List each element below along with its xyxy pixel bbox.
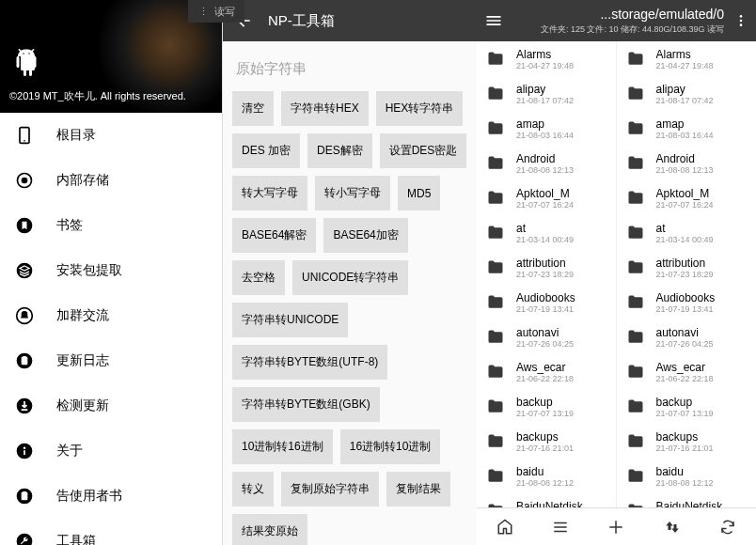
file-row[interactable]: amap21-08-03 16:44 [617,111,757,146]
file-name: Audiobooks [656,291,716,304]
file-row[interactable]: Android21-08-08 12:13 [617,146,757,180]
folder-icon [624,119,647,138]
tool-btn-19[interactable]: 复制原始字符串 [281,472,379,506]
menu-item-2[interactable]: 书签 [0,203,222,248]
file-date: 21-07-07 16:24 [656,200,714,210]
file-row[interactable]: backups21-07-16 21:01 [477,424,616,459]
file-row[interactable]: Audiobooks21-07-19 13:41 [617,285,757,319]
clipboard-icon [15,351,34,370]
more-icon[interactable] [733,11,748,30]
tool-btn-1[interactable]: 字符串转HEX [281,91,369,126]
folder-icon [624,397,647,416]
menu-item-0[interactable]: 根目录 [0,113,222,158]
tool-btn-9[interactable]: BASE64解密 [232,218,316,253]
file-row[interactable]: Android21-08-08 12:13 [477,146,616,180]
tool-btn-21[interactable]: 结果变原始 [232,514,307,545]
file-name: backup [516,396,574,409]
file-row[interactable]: at21-03-14 00:49 [477,215,616,250]
tool-btn-3[interactable]: DES 加密 [232,133,300,168]
file-date: 21-07-23 18:29 [656,270,714,279]
menu-label: 内部存储 [56,172,109,189]
file-row[interactable]: Apktool_M21-07-07 16:24 [477,180,616,215]
file-row[interactable]: Alarms21-04-27 19:48 [617,41,757,76]
menu-item-6[interactable]: 检测更新 [0,383,222,428]
storage-icon [15,171,34,190]
menu-item-7[interactable]: 关于 [0,428,222,474]
file-date: 21-08-08 12:12 [516,478,574,488]
sort-icon[interactable] [661,516,684,538]
folder-icon [484,467,507,486]
tool-btn-11[interactable]: 去空格 [232,260,285,295]
drawer-menu: ©2019 MT_吹牛儿. All rights reserved. ⋮读写 根… [0,0,222,545]
menu-label: 根目录 [56,127,96,144]
menu-item-9[interactable]: 工具箱 [0,519,222,545]
folder-icon [484,85,507,103]
menu-item-5[interactable]: 更新日志 [0,338,222,383]
file-name: amap [516,117,574,131]
file-row[interactable]: Aws_ecar21-06-22 22:18 [477,354,616,389]
tool-btn-17[interactable]: 16进制转10进制 [340,429,441,464]
file-date: 21-06-22 22:18 [656,374,714,383]
add-icon[interactable] [605,516,627,538]
tool-btn-6[interactable]: 转大写字母 [232,176,307,210]
menu-item-4[interactable]: 加群交流 [0,293,222,338]
file-name: Alarms [656,48,714,61]
tool-btn-12[interactable]: UNICODE转字符串 [292,260,408,295]
tool-btn-2[interactable]: HEX转字符串 [376,91,464,126]
clipboard-icon [15,487,34,506]
folder-icon [624,154,647,173]
file-row[interactable]: attribution21-07-23 18:29 [617,250,757,285]
file-name: Android [656,152,714,165]
file-row[interactable]: alipay21-08-17 07:42 [477,76,616,111]
tool-btn-20[interactable]: 复制结果 [386,472,450,506]
menu-item-3[interactable]: 安装包提取 [0,248,222,293]
file-row[interactable]: Alarms21-04-27 19:48 [477,41,616,76]
tool-btn-8[interactable]: MD5 [398,176,440,210]
tool-btn-13[interactable]: 字符串转UNICODE [232,303,348,337]
menu-label: 工具箱 [56,533,96,545]
file-row[interactable]: autonavi21-07-26 04:25 [477,319,616,354]
file-row[interactable]: attribution21-07-23 18:29 [477,250,616,285]
tool-btn-5[interactable]: 设置DES密匙 [380,133,467,168]
tool-btn-16[interactable]: 10进制转16进制 [232,429,333,464]
file-row[interactable]: BaiduNetdisk21-07-17 11:45 [617,493,757,507]
folder-icon [484,293,507,312]
file-date: 21-07-26 04:25 [516,339,574,349]
folder-icon [624,432,647,451]
file-row[interactable]: Audiobooks21-07-19 13:41 [477,285,616,319]
menu-item-1[interactable]: 内部存储 [0,158,222,203]
file-row[interactable]: backup21-07-07 13:19 [477,389,616,424]
tool-btn-7[interactable]: 转小写字母 [315,176,390,210]
file-row[interactable]: at21-03-14 00:49 [617,215,757,250]
refresh-icon[interactable] [717,516,739,538]
menu-label: 告使用者书 [56,488,122,505]
tool-btn-15[interactable]: 字符串转BYTE数组(GBK) [232,387,380,422]
file-name: BaiduNetdisk [656,500,723,508]
file-row[interactable]: backup21-07-07 13:19 [617,389,757,424]
tool-btn-10[interactable]: BASE64加密 [323,218,407,253]
menu-item-8[interactable]: 告使用者书 [0,474,222,519]
file-row[interactable]: amap21-08-03 16:44 [477,111,616,146]
file-row[interactable]: Aws_ecar21-06-22 22:18 [617,354,757,389]
tool-btn-18[interactable]: 转义 [232,472,274,506]
file-row[interactable]: BaiduNetdisk21-07-17 11:45 [477,493,616,507]
home-icon[interactable] [494,516,516,538]
tool-btn-14[interactable]: 字符串转BYTE数组(UTF-8) [232,345,387,380]
wrench-icon [15,532,34,545]
folder-icon [484,432,507,451]
list-icon[interactable] [549,516,572,538]
tool-btn-0[interactable]: 清空 [232,91,274,126]
menu-label: 检测更新 [56,397,109,414]
svg-point-22 [740,20,743,23]
menu-icon[interactable] [484,11,503,30]
file-row[interactable]: autonavi21-07-26 04:25 [617,319,757,354]
file-row[interactable]: baidu21-08-08 12:12 [477,459,616,493]
file-date: 21-07-19 13:41 [516,304,575,314]
file-row[interactable]: baidu21-08-08 12:12 [617,459,757,493]
folder-icon [484,50,507,69]
file-row[interactable]: alipay21-08-17 07:42 [617,76,757,111]
file-row[interactable]: Apktool_M21-07-07 16:24 [617,180,757,215]
file-row[interactable]: backups21-07-16 21:01 [617,424,757,459]
folder-icon [624,293,647,312]
tool-btn-4[interactable]: DES解密 [307,133,372,168]
